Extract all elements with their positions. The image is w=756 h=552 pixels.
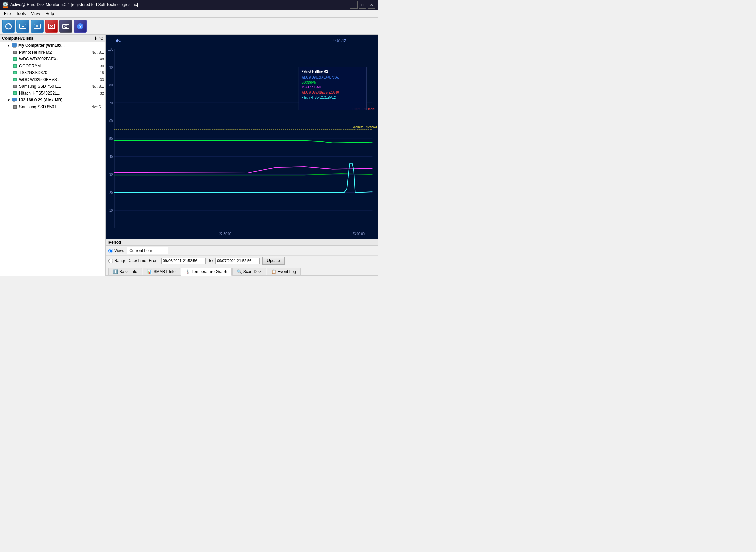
svg-point-20 [15,52,15,53]
basic-info-icon: ℹ️ [113,269,118,274]
svg-point-29 [15,72,15,73]
period-view-row: View: Current hour Last 24 hours Last we… [106,246,378,256]
svg-rect-17 [13,47,16,48]
tab-event-label: Event Log [278,269,296,274]
disk-icon [12,49,18,55]
svg-rect-16 [13,47,15,47]
svg-text:TS32GSSD370: TS32GSSD370 [302,85,321,89]
svg-point-38 [15,93,15,94]
tab-temperature[interactable]: 🌡️ Temperature Graph [181,268,232,276]
svg-text:WDC WD2002FAEX-00780A0: WDC WD2002FAEX-00780A0 [302,75,340,79]
update-button[interactable]: Update [262,257,285,265]
screenshot-button[interactable] [59,20,72,33]
tree-item-label: Patriot Hellfire M2 [19,50,52,55]
menu-help[interactable]: Help [43,11,57,17]
to-date-input[interactable] [215,258,260,264]
tree-item-temp: 33 [100,77,104,82]
disk-icon [12,63,18,69]
svg-text:10: 10 [109,208,113,212]
svg-text:20: 20 [109,190,113,195]
to-label: To [208,258,213,263]
tree-item-label: WDC WD2500BEVS-... [19,77,62,82]
tree-item-wdc2500[interactable]: WDC WD2500BEVS-... 33 [0,76,105,83]
tab-scan[interactable]: 🔍 Scan Disk [232,268,266,275]
menu-tools[interactable]: Tools [13,11,28,17]
svg-point-43 [15,107,15,107]
tree-item-ts32[interactable]: TS32GSSD370 18 [0,69,105,76]
from-date-input[interactable] [161,258,206,264]
view-radio-label[interactable]: View: [108,248,124,253]
menu-view[interactable]: View [28,11,43,17]
disk-icon [12,77,18,82]
tree-item-temp: 30 [100,64,104,68]
edit-button[interactable] [31,20,44,33]
svg-text:GOODRAM: GOODRAM [302,80,317,84]
range-radio-label[interactable]: Range Date/Time [108,258,146,263]
celsius-label: °C [99,36,103,41]
window-title: Active@ Hard Disk Monitor 5.0.4 [registe… [10,2,138,7]
svg-text:?: ? [79,24,82,29]
tree-item-wdc2002[interactable]: WDC WD2002FAEX-... 48 [0,56,105,62]
range-radio[interactable] [108,259,113,263]
svg-rect-40 [13,101,15,102]
disk-icon [12,104,18,110]
tree-item-temp: 48 [100,57,104,61]
svg-rect-44 [106,35,378,239]
tree-item-temp: Not S... [91,84,104,88]
scan-disk-icon: 🔍 [237,269,242,274]
svg-rect-15 [12,43,17,47]
tree-item-patriot[interactable]: Patriot Hellfire M2 Not S... [0,49,105,56]
tree-item-remote[interactable]: ▼ 192.168.0.29 (Alex-MB) [0,97,105,103]
view-label: View: [114,248,124,253]
tab-event[interactable]: 📋 Event Log [267,268,301,275]
tree-item-temp: 32 [100,91,104,95]
svg-text:40: 40 [109,155,113,159]
remove-button[interactable] [45,20,58,33]
tree-item-temp: Not S... [91,50,104,54]
menu-bar: File Tools View Help [0,10,378,18]
close-button[interactable]: ✕ [368,1,375,9]
svg-text:50: 50 [109,137,113,141]
disk-icon [12,70,18,75]
tree-item-mycomp[interactable]: ▼ My Computer (Win10x... [0,42,105,49]
left-panel: Computer/Disks 🌡 °C ▼ My Computer (Win10… [0,35,106,276]
temperature-graph-svg: 100 90 80 70 60 50 40 30 20 10 22:30:00 … [106,35,378,239]
smart-info-icon: 📊 [147,269,152,274]
app-icon: 💽 [3,2,8,8]
tree-item-label: Samsung SSD 750 E... [19,84,61,89]
svg-text:Hitachi HTS543232L95A02: Hitachi HTS543232L95A02 [302,95,336,99]
tree-item-hitachi[interactable]: Hitachi HTS543232L... 32 [0,90,105,97]
period-label: Period [106,239,378,246]
svg-text:70: 70 [109,101,113,105]
svg-text:WDC WD2500BEVS-22UST0: WDC WD2500BEVS-22UST0 [302,90,339,94]
tab-smart[interactable]: 📊 SMART Info [143,268,180,275]
tree-item-samsung850[interactable]: Samsung SSD 850 E... Not S... [0,103,105,110]
svg-point-26 [15,66,15,66]
to-dropdown-wrapper [215,258,260,264]
minimize-button[interactable]: ─ [350,1,358,9]
disk-icon [12,90,18,96]
tree-item-goodram[interactable]: GOODRAM 30 [0,62,105,69]
help-button[interactable]: ? [74,20,87,33]
refresh-button[interactable] [2,20,15,33]
menu-file[interactable]: File [1,11,13,17]
expand-arrow: ▼ [7,44,11,47]
tree-item-label: GOODRAM [19,63,41,68]
svg-text:30: 30 [109,172,113,176]
tab-basic[interactable]: ℹ️ Basic Info [108,268,142,275]
tree-header: Computer/Disks 🌡 °C [0,35,105,42]
svg-text:100: 100 [108,47,113,51]
view-radio[interactable] [108,249,113,253]
svg-text:90: 90 [109,65,113,69]
maximize-button[interactable]: □ [359,1,366,9]
tree-item-label: Hitachi HTS543232L... [19,91,60,96]
add-button[interactable] [16,20,29,33]
tree-item-samsung750[interactable]: Samsung SSD 750 E... Not S... [0,83,105,90]
tree-item-label: TS32GSSD370 [19,70,47,75]
svg-text:◆C: ◆C [116,38,122,43]
svg-rect-39 [12,98,17,101]
view-dropdown[interactable]: Current hour Last 24 hours Last week Las… [127,247,168,254]
disk-icon [12,84,18,89]
tabs-row: ℹ️ Basic Info 📊 SMART Info 🌡️ Temperatur… [106,266,378,276]
from-label: From [149,258,159,263]
